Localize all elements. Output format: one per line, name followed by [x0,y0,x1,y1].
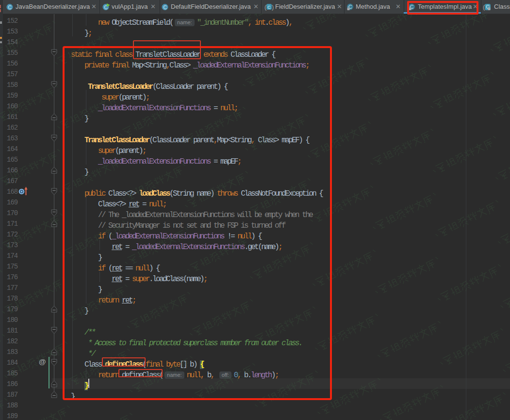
svg-text:): ) [272,3,274,11]
svg-text:C: C [8,5,11,10]
svg-text:C: C [267,5,271,10]
svg-text:C: C [163,5,166,10]
